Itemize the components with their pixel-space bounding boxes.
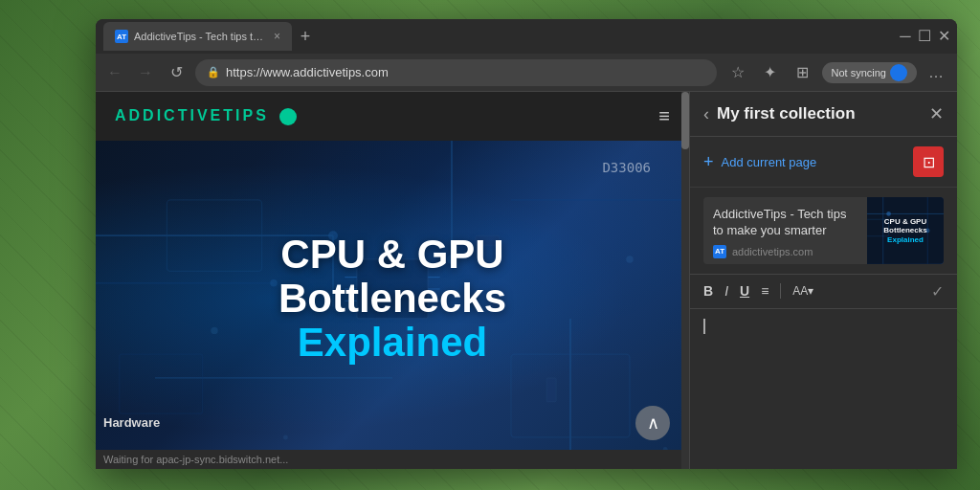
site-logo: ADDICTIVETIPS + [115, 107, 297, 125]
hero-image: CPU & GPU Bottlenecks Explained D33006 H… [96, 141, 689, 457]
share-button[interactable]: ⊡ [913, 146, 944, 177]
panel-back-button[interactable]: ‹ [703, 104, 709, 124]
collections-icon[interactable]: ⊞ [790, 59, 816, 86]
collection-item-header: AddictiveTips - Tech tips to make you sm… [703, 197, 944, 264]
sync-avatar [890, 64, 907, 81]
maximize-button[interactable]: ☐ [919, 31, 930, 42]
tab-area: AT AddictiveTips - Tech tips to ma… × + [103, 22, 900, 51]
share-icon: ⊡ [923, 153, 935, 171]
editor-separator [780, 283, 781, 299]
text-cursor [703, 319, 705, 334]
browser-window: AT AddictiveTips - Tech tips to ma… × + … [96, 19, 957, 469]
status-text: Waiting for apac-jp-sync.bidswitch.net..… [103, 454, 288, 465]
bold-button[interactable]: B [703, 283, 713, 299]
item-domain: addictivetips.com [732, 246, 813, 257]
tab-favicon: AT [115, 30, 128, 43]
url-text: https://www.addictivetips.com [226, 65, 389, 79]
add-page-row: + Add current page ⊡ [690, 137, 957, 188]
thumb-text: CPU & GPU Bottlenecks Explained [883, 217, 926, 245]
logo-text: ADDICTIVETIPS + [115, 107, 297, 123]
more-menu-button[interactable]: … [923, 59, 949, 86]
hamburger-menu-button[interactable]: ≡ [658, 105, 670, 127]
title-bar: AT AddictiveTips - Tech tips to ma… × + … [96, 19, 957, 54]
hardware-label: Hardware [96, 413, 167, 432]
site-header: ADDICTIVETIPS + ≡ [96, 92, 689, 141]
active-tab[interactable]: AT AddictiveTips - Tech tips to ma… × [103, 22, 292, 51]
svg-rect-21 [546, 378, 556, 402]
collection-item[interactable]: AddictiveTips - Tech tips to make you sm… [703, 197, 944, 264]
svg-point-24 [626, 256, 633, 262]
svg-point-22 [211, 327, 217, 334]
font-size-button[interactable]: AA▾ [792, 284, 813, 298]
page-scrollbar[interactable] [681, 92, 689, 469]
hero-text: CPU & GPU Bottlenecks Explained [259, 213, 525, 385]
panel-title: My first collection [717, 104, 922, 123]
sync-label: Not syncing [832, 67, 886, 78]
window-controls: ─ ☐ ✕ [900, 31, 949, 42]
reading-list-icon[interactable]: ✦ [757, 59, 784, 86]
collection-item-meta: AT addictivetips.com [713, 245, 858, 258]
add-current-page-button[interactable]: Add current page [722, 155, 817, 169]
hero-title-line1: CPU & GPU [278, 233, 506, 277]
svg-point-31 [886, 212, 891, 216]
back-button[interactable]: ← [103, 61, 126, 84]
tab-close-button[interactable]: × [274, 30, 280, 43]
content-area: ADDICTIVETIPS + ≡ [96, 92, 957, 469]
panel-close-button[interactable]: ✕ [929, 103, 944, 124]
status-bar: Waiting for apac-jp-sync.bidswitch.net..… [96, 450, 681, 469]
italic-button[interactable]: I [724, 283, 728, 299]
close-window-button[interactable]: ✕ [938, 31, 949, 42]
url-bar[interactable]: 🔒 https://www.addictivetips.com [195, 59, 717, 86]
logo-plus-icon: + [279, 108, 297, 125]
collections-panel: ‹ My first collection ✕ + Add current pa… [689, 92, 957, 469]
collection-item-info: AddictiveTips - Tech tips to make you sm… [703, 197, 867, 264]
item-favicon: AT [713, 245, 726, 258]
svg-point-23 [283, 435, 288, 440]
chip-code-label: D33006 [602, 160, 651, 175]
back-to-top-button[interactable]: ∧ [635, 406, 670, 440]
forward-button[interactable]: → [134, 61, 157, 84]
align-button[interactable]: ≡ [761, 283, 768, 299]
favorites-star-icon[interactable]: ☆ [724, 59, 751, 86]
editor-toolbar: B I U ≡ AA▾ ✓ [690, 274, 957, 309]
browser-page: ADDICTIVETIPS + ≡ [96, 92, 689, 469]
toolbar-icons: ☆ ✦ ⊞ Not syncing … [724, 59, 949, 86]
refresh-button[interactable]: ↺ [165, 61, 188, 84]
tab-title: AddictiveTips - Tech tips to ma… [134, 31, 268, 42]
address-bar: ← → ↺ 🔒 https://www.addictivetips.com ☆ … [96, 54, 957, 92]
underline-button[interactable]: U [740, 283, 749, 299]
svg-rect-12 [120, 354, 203, 413]
add-icon: + [703, 152, 714, 172]
sync-button[interactable]: Not syncing [822, 62, 917, 83]
lock-icon: 🔒 [207, 66, 220, 78]
notes-area[interactable] [690, 309, 957, 469]
panel-header: ‹ My first collection ✕ [690, 92, 957, 137]
collection-item-thumbnail: CPU & GPU Bottlenecks Explained [867, 197, 944, 264]
new-tab-button[interactable]: + [292, 23, 319, 50]
hero-title-line3: Explained [278, 321, 506, 365]
hero-title-line2: Bottlenecks [278, 277, 506, 321]
collection-item-title: AddictiveTips - Tech tips to make you sm… [713, 207, 858, 239]
scrollbar-thumb[interactable] [681, 92, 689, 149]
confirm-button[interactable]: ✓ [931, 282, 944, 301]
minimize-button[interactable]: ─ [900, 31, 911, 42]
